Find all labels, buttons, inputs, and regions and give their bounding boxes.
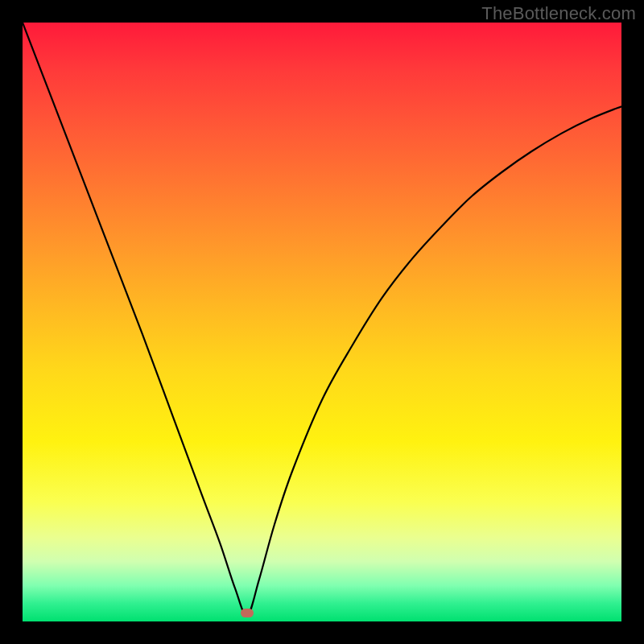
chart-frame bbox=[23, 23, 621, 621]
watermark-label: TheBottleneck.com bbox=[481, 3, 636, 24]
bottleneck-curve bbox=[23, 23, 621, 621]
optimal-point-marker bbox=[241, 609, 254, 617]
